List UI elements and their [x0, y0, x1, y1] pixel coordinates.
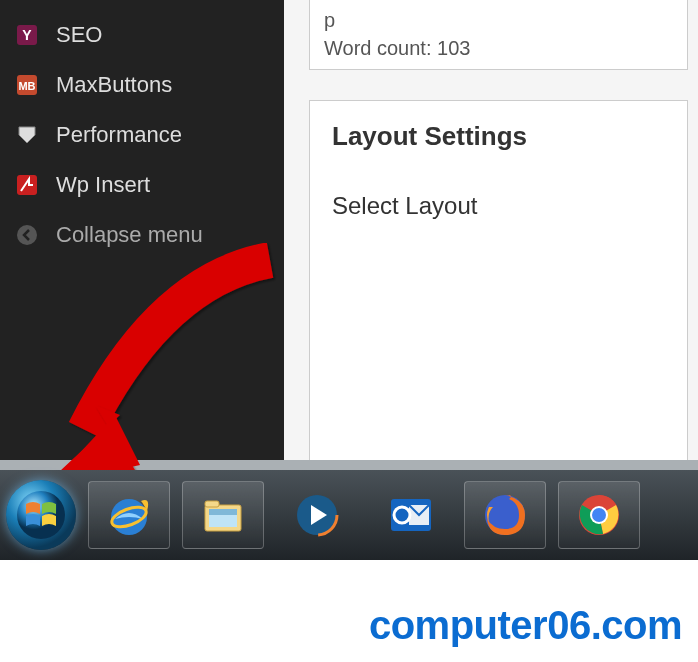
sidebar-item-wpinsert[interactable]: Wp Insert: [0, 160, 284, 210]
svg-rect-12: [205, 501, 219, 507]
svg-rect-4: [17, 175, 37, 195]
editor-status-bar: p Word count: 103: [309, 0, 688, 70]
svg-text:MB: MB: [18, 80, 35, 92]
taskbar-item-explorer[interactable]: [182, 481, 264, 549]
select-layout-label: Select Layout: [332, 192, 665, 220]
seo-icon: Y: [14, 22, 40, 48]
sidebar-item-label: Wp Insert: [56, 172, 150, 198]
sidebar-item-label: SEO: [56, 22, 102, 48]
taskbar-item-outlook[interactable]: [370, 481, 452, 549]
taskbar-item-wmp[interactable]: [276, 481, 358, 549]
sidebar-item-label: Performance: [56, 122, 182, 148]
firefox-icon: [479, 489, 531, 541]
panel-heading: Layout Settings: [332, 121, 665, 152]
watermark-text: computer06.com: [369, 603, 682, 648]
file-explorer-icon: [197, 489, 249, 541]
taskbar-item-chrome[interactable]: [558, 481, 640, 549]
admin-sidebar: Y SEO MB MaxButtons Performance: [0, 0, 284, 460]
internet-explorer-icon: [103, 489, 155, 541]
windows-taskbar: [0, 470, 698, 560]
sidebar-item-performance[interactable]: Performance: [0, 110, 284, 160]
editor-tag-path: p: [324, 9, 673, 32]
wp-admin-window: Y SEO MB MaxButtons Performance: [0, 0, 698, 460]
taskbar-item-ie[interactable]: [88, 481, 170, 549]
svg-text:Y: Y: [22, 27, 32, 43]
editor-word-count: Word count: 103: [324, 37, 673, 60]
svg-point-8: [17, 491, 65, 539]
outlook-icon: [385, 489, 437, 541]
maxbuttons-icon: MB: [14, 72, 40, 98]
sidebar-item-seo[interactable]: Y SEO: [0, 10, 284, 60]
media-player-icon: [291, 489, 343, 541]
sidebar-item-maxbuttons[interactable]: MB MaxButtons: [0, 60, 284, 110]
sidebar-item-collapse[interactable]: Collapse menu: [0, 210, 284, 260]
svg-point-5: [17, 225, 37, 245]
screenshot-area: Y SEO MB MaxButtons Performance: [0, 0, 698, 560]
taskbar-item-firefox[interactable]: [464, 481, 546, 549]
windows-logo-icon: [16, 490, 66, 540]
svg-rect-14: [209, 509, 237, 515]
chrome-icon: [573, 489, 625, 541]
collapse-icon: [14, 222, 40, 248]
wpinsert-icon: [14, 172, 40, 198]
start-button[interactable]: [6, 480, 76, 550]
sidebar-item-label: MaxButtons: [56, 72, 172, 98]
performance-icon: [14, 122, 40, 148]
layout-settings-panel: Layout Settings Select Layout: [309, 100, 688, 460]
content-area: p Word count: 103 Layout Settings Select…: [284, 0, 698, 460]
sidebar-item-label: Collapse menu: [56, 222, 203, 248]
svg-point-24: [592, 508, 606, 522]
